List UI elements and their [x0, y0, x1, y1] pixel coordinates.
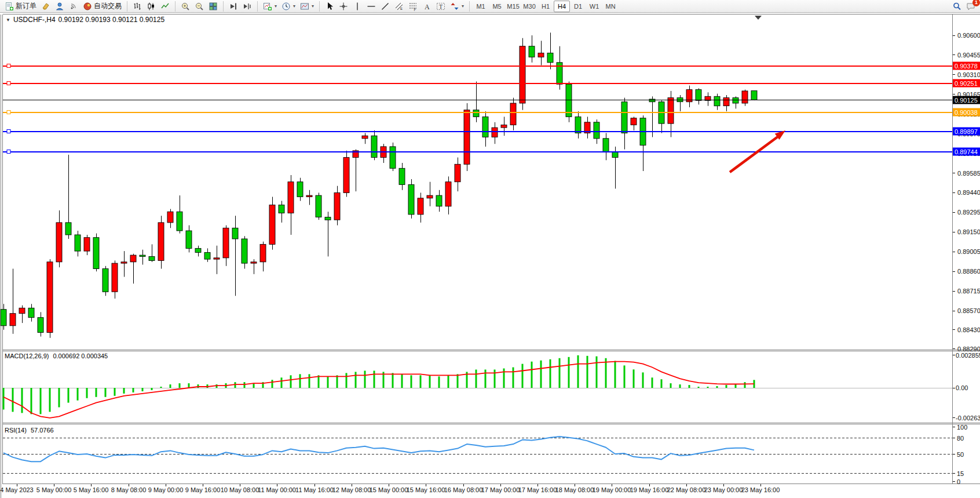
timeframe-button-h1[interactable]: H1 — [537, 1, 554, 12]
price-badge-label: 0.89744 — [955, 148, 978, 155]
text-button[interactable]: A — [420, 0, 434, 13]
dropdown-arrow-icon[interactable]: ▾ — [275, 3, 277, 9]
svg-text:4 May 2023: 4 May 2023 — [0, 486, 33, 493]
timeframe-button-w1[interactable]: W1 — [586, 1, 602, 12]
macd-histogram-bar — [77, 388, 79, 401]
signal-icon — [69, 2, 78, 11]
svg-text:-0.002634: -0.002634 — [956, 415, 980, 421]
bar-chart-button[interactable] — [130, 0, 144, 13]
candle-body — [714, 96, 720, 106]
line-handle[interactable] — [7, 150, 10, 154]
auto-scroll-button[interactable] — [240, 0, 254, 13]
macd-histogram-bar — [272, 380, 273, 388]
crosshair-button[interactable] — [337, 0, 350, 13]
paint-icon — [41, 2, 50, 11]
styler-button[interactable] — [39, 0, 53, 13]
macd-histogram-bar — [244, 382, 246, 388]
candle-body — [112, 263, 118, 292]
vline-icon — [353, 2, 362, 11]
timeframe-button-d1[interactable]: D1 — [570, 1, 586, 12]
bars-icon — [133, 2, 142, 11]
timeframe-button-m15[interactable]: M15 — [505, 1, 521, 12]
macd-histogram-bar — [679, 384, 681, 388]
macd-histogram-bar — [642, 372, 644, 388]
candle-body — [19, 308, 25, 313]
trendline-button[interactable] — [378, 0, 392, 13]
templates-button[interactable]: ▾ — [298, 0, 316, 13]
zoom-out-button[interactable] — [192, 0, 206, 13]
macd-histogram-bar — [58, 388, 60, 407]
macd-histogram-bar — [105, 388, 107, 397]
macd-histogram-bar — [457, 374, 459, 388]
timeframe-button-h4[interactable]: H4 — [554, 1, 570, 12]
timeframe-button-mn[interactable]: MN — [602, 1, 619, 12]
candle-body — [538, 53, 544, 57]
macd-histogram-bar — [188, 383, 190, 388]
line-handle[interactable] — [7, 130, 10, 133]
macd-histogram-bar — [624, 365, 626, 388]
svg-text:0.89440: 0.89440 — [957, 189, 980, 196]
new-order-button[interactable]: 新订单 — [2, 0, 39, 13]
candle-body — [130, 255, 136, 262]
channel-button[interactable]: E — [392, 0, 406, 13]
dropdown-arrow-icon[interactable]: ▾ — [312, 3, 314, 9]
line-chart-button[interactable] — [158, 0, 172, 13]
candle-body — [649, 99, 655, 102]
line-handle[interactable] — [7, 82, 10, 85]
svg-text:0.89150: 0.89150 — [957, 228, 980, 235]
arrows-button[interactable]: ▾ — [448, 0, 466, 13]
candle-chart-button[interactable] — [144, 0, 158, 13]
symbol-dropdown-icon[interactable]: ▼ — [6, 17, 10, 23]
dropdown-arrow-icon[interactable]: ▾ — [293, 3, 295, 9]
signals-button[interactable] — [67, 0, 81, 13]
horizontal-line-button[interactable] — [364, 0, 378, 13]
macd-histogram-bar — [96, 388, 97, 397]
periods-button[interactable]: ▾ — [279, 0, 298, 13]
svg-text:A: A — [425, 2, 430, 10]
label-button[interactable]: T — [434, 0, 448, 13]
svg-text:23 May 16:00: 23 May 16:00 — [741, 486, 780, 493]
svg-text:0: 0 — [957, 478, 960, 485]
dropdown-arrow-icon[interactable]: ▾ — [462, 3, 464, 9]
candle-body — [723, 98, 729, 106]
toolbar-separator — [175, 1, 175, 12]
candle-body — [668, 98, 674, 124]
timeframe-button-m1[interactable]: M1 — [473, 1, 489, 12]
svg-text:100: 100 — [957, 424, 967, 431]
svg-text:0.89295: 0.89295 — [957, 209, 980, 216]
vertical-line-button[interactable] — [350, 0, 364, 13]
candle-body — [520, 46, 525, 103]
autotrade-button[interactable]: 自动交易 — [81, 0, 124, 13]
macd-histogram-bar — [346, 373, 348, 388]
new-chart-button[interactable]: ▾ — [261, 0, 279, 13]
macd-histogram-bar — [670, 383, 672, 388]
cursor-button[interactable] — [323, 0, 337, 13]
svg-text:9 May 16:00: 9 May 16:00 — [185, 486, 221, 493]
line-handle[interactable] — [7, 111, 10, 114]
macd-histogram-bar — [31, 388, 32, 414]
timeframe-button-m30[interactable]: M30 — [521, 1, 537, 12]
macd-histogram-bar — [652, 377, 653, 388]
macd-histogram-bar — [401, 374, 403, 388]
profile-button[interactable] — [53, 0, 67, 13]
clock-icon — [281, 2, 291, 11]
line-handle[interactable] — [7, 64, 10, 68]
chart-canvas[interactable]: 0.906000.904550.903100.901650.900200.898… — [0, 0, 980, 498]
candles-icon — [147, 2, 156, 11]
macd-histogram-bar — [587, 356, 588, 388]
macd-histogram-bar — [364, 370, 366, 388]
macd-histogram-bar — [577, 355, 579, 388]
candle-body — [279, 205, 284, 213]
chart-shift-button[interactable] — [226, 0, 240, 13]
timeframe-button-m5[interactable]: M5 — [489, 1, 505, 12]
tile-windows-button[interactable] — [206, 0, 220, 13]
svg-text:0.89005: 0.89005 — [957, 248, 980, 255]
line-icon — [160, 2, 170, 11]
zoom-in-button[interactable] — [178, 0, 192, 13]
search-button[interactable] — [950, 0, 964, 13]
cursor-icon — [325, 2, 334, 11]
svg-text:22 May 08:00: 22 May 08:00 — [667, 486, 706, 493]
fibonacci-button[interactable]: F — [406, 0, 420, 13]
notification-button[interactable]: 1 — [964, 0, 978, 13]
svg-text:0.90310: 0.90310 — [957, 71, 980, 78]
